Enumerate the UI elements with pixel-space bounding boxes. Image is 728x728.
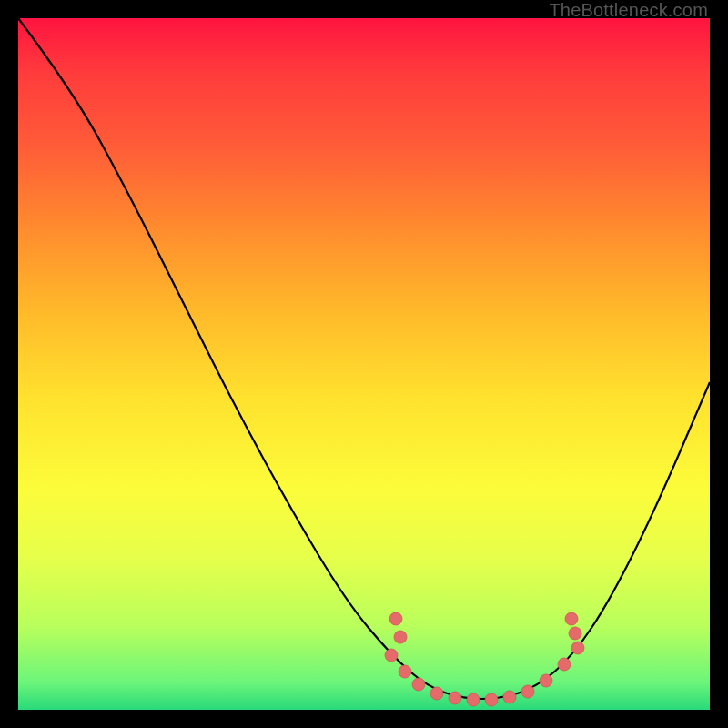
marker-dot — [485, 693, 498, 706]
marker-dot — [385, 649, 398, 662]
marker-dot — [467, 693, 480, 706]
marker-dot — [571, 642, 584, 654]
marker-dot — [521, 685, 534, 698]
marker-dot — [569, 627, 581, 640]
bottleneck-curve — [18, 18, 710, 699]
marker-dot — [412, 678, 425, 691]
marker-dot — [565, 612, 578, 625]
chart-svg — [18, 18, 710, 710]
marker-dot — [449, 692, 461, 704]
chart-frame: TheBottleneck.com — [0, 0, 728, 728]
marker-dot — [389, 612, 402, 625]
marker-group — [385, 612, 584, 706]
marker-dot — [430, 687, 443, 700]
marker-dot — [540, 674, 552, 687]
marker-dot — [558, 658, 571, 671]
marker-dot — [503, 691, 516, 703]
marker-dot — [399, 665, 411, 678]
marker-dot — [394, 631, 407, 643]
